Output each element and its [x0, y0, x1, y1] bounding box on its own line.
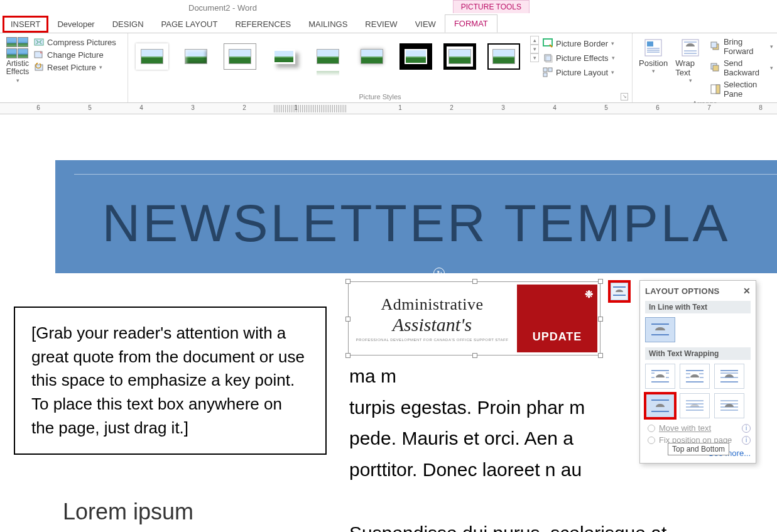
wrap-front[interactable]	[714, 393, 744, 418]
layout-options-button[interactable]	[608, 280, 631, 303]
layout-options-callout: LAYOUT OPTIONS ✕ In Line with Text With …	[639, 280, 756, 464]
svg-rect-0	[35, 39, 43, 45]
send-backward-button[interactable]: Send Backward	[710, 58, 773, 77]
resize-handle[interactable]	[598, 353, 603, 358]
ruler-mark: 4	[552, 104, 558, 111]
ruler-mark: 5	[603, 104, 609, 111]
window-title: Document2 - Word	[188, 3, 257, 13]
group-adjust: Artistic Effects Compress Pictures Chang…	[0, 33, 128, 102]
picture-border-button[interactable]: Picture Border	[543, 38, 615, 48]
ribbon-tabs: INSERT Developer DESIGN PAGE LAYOUT REFE…	[0, 15, 777, 33]
style-swatch[interactable]	[268, 43, 300, 70]
resize-handle[interactable]	[598, 317, 603, 322]
horizontal-ruler[interactable]: 65432112345678	[0, 103, 777, 114]
gallery-up-icon[interactable]: ▴	[530, 36, 539, 45]
resize-handle[interactable]	[598, 279, 603, 284]
style-swatch[interactable]	[487, 43, 520, 70]
wrap-behind[interactable]	[680, 393, 710, 418]
wrap-through[interactable]	[714, 364, 744, 389]
reset-picture-icon	[34, 62, 44, 72]
radio-icon	[648, 437, 655, 444]
info-icon[interactable]: i	[742, 436, 751, 445]
gallery-down-icon[interactable]: ▾	[530, 45, 539, 53]
tab-view[interactable]: VIEW	[406, 16, 445, 33]
ruler-mark: 6	[35, 104, 41, 111]
wrap-text-button[interactable]: Wrap Text	[673, 36, 708, 99]
send-backward-icon	[710, 63, 720, 73]
info-icon[interactable]: i	[742, 424, 751, 433]
title-bar: Document2 - Word PICTURE TOOLS	[0, 0, 777, 15]
svg-rect-6	[543, 68, 547, 72]
svg-rect-10	[647, 41, 653, 46]
wrap-square[interactable]	[645, 364, 675, 389]
svg-rect-8	[543, 73, 547, 77]
group-label-adjust	[4, 99, 124, 102]
change-picture-label: Change Picture	[47, 50, 104, 60]
ruler-mark: 1	[397, 104, 403, 111]
ruler-mark: 8	[758, 104, 764, 111]
bring-forward-label: Bring Forward	[724, 37, 767, 56]
picture-effects-label: Picture Effects	[556, 53, 609, 63]
compress-icon	[34, 37, 44, 47]
artistic-effects-button[interactable]: Artistic Effects	[4, 36, 31, 86]
gallery-more-icon[interactable]: ▾	[530, 53, 539, 62]
tab-review[interactable]: REVIEW	[356, 16, 406, 33]
tab-page-layout[interactable]: PAGE LAYOUT	[153, 16, 227, 33]
style-swatch[interactable]	[399, 43, 432, 70]
aau-logo: Administrative Assistant's PROFESSIONAL …	[349, 282, 600, 355]
style-swatch[interactable]	[356, 43, 388, 70]
reset-picture-label: Reset Picture	[47, 63, 96, 72]
style-swatch[interactable]	[136, 43, 168, 70]
position-button[interactable]: Position	[636, 36, 670, 99]
tab-format[interactable]: FORMAT	[445, 14, 497, 33]
tab-design[interactable]: DESIGN	[104, 16, 153, 33]
radio-move-with-text[interactable]: Move with text i	[648, 423, 751, 433]
styles-gallery-spinner[interactable]: ▴ ▾ ▾	[530, 36, 539, 62]
tab-references[interactable]: REFERENCES	[226, 16, 300, 33]
wrap-tight[interactable]	[680, 364, 710, 389]
bring-forward-button[interactable]: Bring Forward	[710, 37, 773, 56]
contextual-tab-picture-tools[interactable]: PICTURE TOOLS	[453, 0, 530, 13]
wrap-top-bottom[interactable]	[645, 393, 675, 418]
wrap-text-icon	[680, 37, 701, 58]
style-swatch[interactable]	[180, 43, 212, 70]
tab-insert[interactable]: INSERT	[3, 16, 48, 33]
wrap-text-label: Wrap Text	[675, 58, 705, 77]
body-bottom-fragment: Suspendisse dui purus, scelerisque at	[349, 523, 666, 532]
compress-pictures-button[interactable]: Compress Pictures	[34, 37, 116, 47]
selection-pane-button[interactable]: Selection Pane	[710, 80, 773, 99]
dialog-launcher-icon[interactable]: ↘	[621, 93, 628, 100]
resize-handle[interactable]	[345, 317, 350, 322]
tab-mailings[interactable]: MAILINGS	[300, 16, 356, 33]
resize-handle[interactable]	[472, 353, 477, 358]
reset-picture-button[interactable]: Reset Picture	[34, 62, 116, 72]
quote-textbox[interactable]: [Grab your reader's attention with a gre…	[14, 307, 327, 455]
wrap-tooltip: Top and Bottom	[668, 443, 729, 455]
logo-subtitle: PROFESSIONAL DEVELOPMENT FOR CANADA'S OF…	[356, 338, 509, 342]
change-picture-button[interactable]: Change Picture	[34, 50, 116, 60]
picture-effects-icon	[543, 53, 553, 63]
section-inline: In Line with Text	[645, 301, 751, 313]
inserted-image[interactable]: Administrative Assistant's PROFESSIONAL …	[348, 281, 600, 356]
resize-handle[interactable]	[472, 279, 477, 284]
picture-layout-button[interactable]: Picture Layout	[543, 67, 615, 77]
heading-lorem: Lorem ipsum	[63, 499, 193, 525]
resize-handle[interactable]	[345, 279, 350, 284]
rotate-handle-icon[interactable]: ↻	[433, 268, 445, 279]
document-area[interactable]: NEWSLETTER TEMPLA ↻ [Grab your reader's …	[0, 126, 777, 532]
close-icon[interactable]: ✕	[743, 286, 751, 296]
style-swatch[interactable]	[443, 43, 476, 70]
resize-handle[interactable]	[345, 353, 350, 358]
ruler-mark: 4	[138, 104, 144, 111]
section-wrapping: With Text Wrapping	[645, 347, 751, 360]
picture-effects-button[interactable]: Picture Effects	[543, 53, 615, 63]
radio-icon	[648, 425, 655, 432]
wrap-inline[interactable]	[645, 317, 675, 342]
tab-developer[interactable]: Developer	[48, 16, 103, 33]
position-icon	[643, 37, 664, 58]
compress-label: Compress Pictures	[47, 38, 116, 47]
picture-styles-gallery[interactable]	[132, 36, 524, 70]
style-swatch[interactable]	[312, 43, 344, 70]
picture-border-label: Picture Border	[556, 39, 608, 48]
style-swatch[interactable]	[224, 43, 256, 70]
